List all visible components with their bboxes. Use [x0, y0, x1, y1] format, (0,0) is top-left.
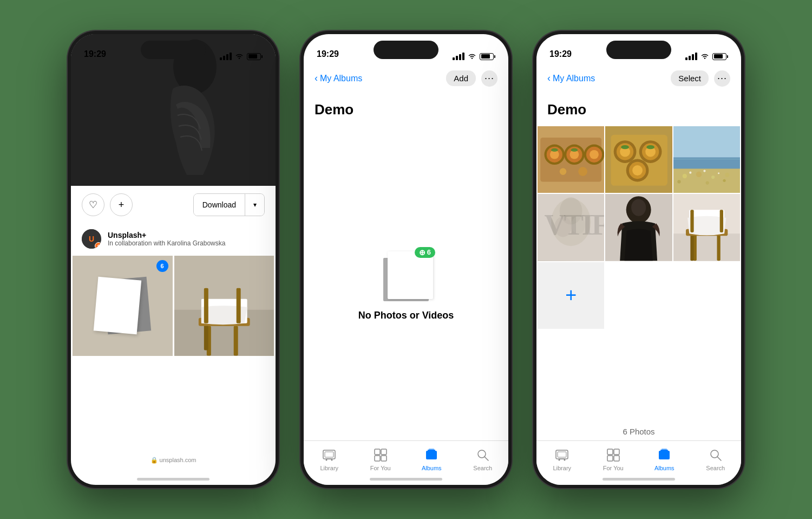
heart-button[interactable]: ♡: [82, 193, 104, 216]
signal-icon-1: [220, 53, 232, 60]
photo-actions: ♡ + Download ▾: [71, 186, 276, 224]
photo-cell-food2[interactable]: [605, 126, 672, 193]
svg-rect-95: [607, 449, 613, 455]
album-title-2: Demo: [315, 101, 497, 118]
download-button-group[interactable]: Download ▾: [193, 193, 265, 216]
phone-2: 19:29 ‹ My Albums: [300, 31, 512, 488]
signal-icon-3: [685, 53, 697, 60]
photo-row-1: [538, 126, 740, 193]
photo-cell-text-art[interactable]: VTIF: [538, 194, 604, 261]
select-button-3[interactable]: Select: [671, 70, 709, 86]
url-text: 🔒 unsplash.com: [150, 457, 197, 463]
home-indicator-1: [137, 478, 209, 481]
back-label-2: My Albums: [320, 74, 362, 83]
add-button-2[interactable]: Add: [446, 70, 476, 86]
photo-grid-album: VTIF: [536, 126, 741, 330]
tab-search-3[interactable]: Search: [699, 447, 732, 471]
tab-albums-label-3: Albums: [654, 465, 675, 471]
badge-6: 6: [156, 260, 168, 272]
search-icon-2: [475, 447, 490, 463]
status-time-3: 19:29: [549, 49, 572, 60]
photo-cell-sea[interactable]: [673, 126, 740, 193]
svg-point-63: [725, 173, 729, 177]
svg-rect-82: [673, 233, 740, 261]
empty-paper-front: [388, 251, 433, 299]
download-main-button[interactable]: Download: [194, 194, 245, 216]
photo-meta: U + Unsplash+ In collaboration with Karo…: [71, 224, 276, 254]
more-button-3[interactable]: ···: [714, 70, 730, 87]
photo-cell-add[interactable]: +: [538, 262, 604, 329]
plus-badge: +: [95, 242, 101, 249]
svg-point-92: [559, 459, 560, 461]
chevron-left-icon-2: ‹: [315, 73, 318, 84]
nav-bar-3: ‹ My Albums Select ···: [536, 64, 741, 93]
svg-point-80: [631, 199, 646, 216]
chevron-left-icon-3: ‹: [547, 73, 551, 84]
svg-line-26: [484, 457, 488, 460]
add-button[interactable]: +: [110, 193, 133, 216]
svg-rect-98: [614, 456, 619, 461]
add-photo-icon: +: [565, 284, 577, 307]
svg-point-37: [590, 150, 599, 159]
status-time-1: 19:29: [84, 49, 106, 60]
svg-rect-100: [660, 450, 668, 451]
tab-albums-2[interactable]: Albums: [415, 447, 448, 471]
photo-row-3: +: [538, 262, 740, 329]
svg-point-54: [647, 145, 655, 149]
back-label-3: My Albums: [553, 74, 595, 83]
tab-library-2[interactable]: Library: [313, 447, 345, 471]
phone-1: 19:29: [68, 31, 279, 488]
plus-circle-icon: ⊕: [419, 248, 425, 257]
tab-search-label-2: Search: [473, 465, 492, 471]
dynamic-island-3: [606, 41, 671, 59]
svg-rect-7: [233, 326, 238, 356]
tab-for-you-label-3: For You: [603, 465, 624, 471]
paper-bg: [73, 256, 173, 356]
svg-rect-85: [690, 232, 693, 261]
svg-rect-99: [659, 451, 670, 459]
tab-search-2[interactable]: Search: [467, 447, 499, 471]
svg-point-62: [711, 176, 715, 179]
svg-rect-14: [325, 452, 333, 457]
svg-rect-24: [429, 449, 434, 450]
svg-text:U: U: [89, 235, 94, 243]
paper-white: [94, 277, 141, 335]
tab-albums-3[interactable]: Albums: [648, 447, 680, 471]
for-you-icon-3: [606, 447, 621, 463]
tab-library-3[interactable]: Library: [546, 447, 578, 471]
photo-row-2: VTIF: [538, 194, 740, 261]
more-button-2[interactable]: ···: [481, 70, 497, 87]
grid-cell-paper: 6: [73, 256, 173, 356]
albums-icon-3: [657, 447, 672, 463]
nav-bar-2: ‹ My Albums Add ···: [304, 64, 508, 93]
svg-point-38: [551, 148, 558, 152]
tab-for-you-3[interactable]: For You: [597, 447, 630, 471]
photo-cell-woman[interactable]: [605, 194, 672, 261]
photo-cell-food1[interactable]: [538, 126, 604, 193]
tab-for-you-2[interactable]: For You: [364, 447, 397, 471]
svg-point-53: [621, 145, 630, 149]
svg-rect-101: [662, 449, 667, 450]
empty-badge-count: 6: [427, 248, 431, 256]
photographer-name: Unsplash+: [108, 231, 225, 239]
svg-rect-11: [204, 288, 208, 323]
empty-badge: ⊕ 6: [415, 247, 435, 258]
empty-icon: ⊕ 6: [379, 247, 433, 301]
wifi-icon-3: [700, 53, 709, 60]
albums-icon-2: [424, 447, 439, 463]
dynamic-island-2: [374, 41, 438, 59]
back-button-3[interactable]: ‹ My Albums: [547, 73, 595, 84]
photo-cell-chair2[interactable]: [673, 194, 740, 261]
svg-point-67: [689, 172, 691, 174]
photos-count: 6 Photos: [536, 427, 741, 436]
svg-point-68: [703, 170, 705, 172]
svg-point-75: [572, 216, 585, 234]
url-bar: 🔒 unsplash.com: [71, 455, 276, 464]
back-button-2[interactable]: ‹ My Albums: [315, 73, 362, 84]
status-time-2: 19:29: [317, 49, 339, 60]
download-arrow-button[interactable]: ▾: [245, 194, 264, 216]
svg-point-69: [718, 172, 719, 174]
svg-rect-19: [381, 449, 387, 455]
heart-icon: ♡: [89, 199, 97, 211]
status-icons-1: [220, 53, 263, 60]
